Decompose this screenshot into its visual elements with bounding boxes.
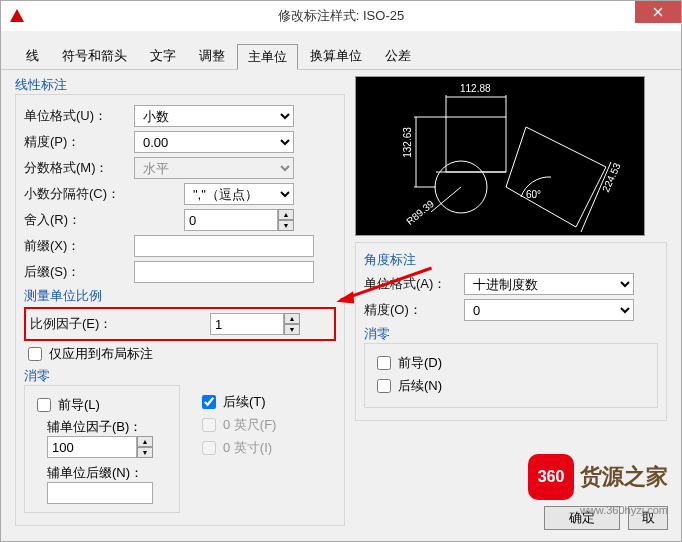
svg-line-15 xyxy=(340,260,431,308)
tab-text[interactable]: 文字 xyxy=(139,43,187,69)
zero-inch-label: 0 英寸(I) xyxy=(223,439,272,457)
close-button[interactable] xyxy=(635,1,681,23)
linear-legend: 线性标注 xyxy=(15,76,345,94)
angle-leading-label: 前导(D) xyxy=(398,354,442,372)
suffix-input[interactable] xyxy=(134,261,314,283)
angle-trailing-checkbox[interactable] xyxy=(377,379,391,393)
tab-primary-units[interactable]: 主单位 xyxy=(237,44,298,70)
angle-zero-legend: 消零 xyxy=(364,325,658,343)
zero-legend: 消零 xyxy=(24,367,336,385)
zero-feet-label: 0 英尺(F) xyxy=(223,416,276,434)
scale-legend: 测量单位比例 xyxy=(24,287,336,305)
angle-leading-checkbox[interactable] xyxy=(377,356,391,370)
watermark: 360 货源之家 xyxy=(528,454,668,500)
tab-line[interactable]: 线 xyxy=(15,43,50,69)
watermark-url: www.360hyzj.com xyxy=(580,504,668,516)
dim-a: 112.88 xyxy=(460,83,491,94)
subunit-factor-input xyxy=(47,436,137,458)
suffix-label: 后缀(S)： xyxy=(24,263,134,281)
tab-tolerance[interactable]: 公差 xyxy=(374,43,422,69)
subunit-suffix-label: 辅单位后缀(N)： xyxy=(47,464,171,482)
watermark-badge: 360 xyxy=(528,454,574,500)
leading-label: 前导(L) xyxy=(58,396,100,414)
prefix-label: 前缀(X)： xyxy=(24,237,134,255)
precision-label: 精度(P)： xyxy=(24,133,134,151)
decimal-sep-select[interactable]: ","（逗点） xyxy=(184,183,294,205)
app-icon xyxy=(9,8,25,24)
dialog-title: 修改标注样式: ISO-25 xyxy=(278,7,404,25)
svg-marker-16 xyxy=(336,290,355,304)
angle-trailing-label: 后续(N) xyxy=(398,377,442,395)
fraction-select: 水平 xyxy=(134,157,294,179)
dim-d: 60° xyxy=(526,189,541,200)
fraction-label: 分数格式(M)： xyxy=(24,159,134,177)
svg-marker-0 xyxy=(10,9,24,22)
round-up[interactable]: ▲ xyxy=(278,209,294,220)
leading-checkbox[interactable] xyxy=(37,398,51,412)
decimal-sep-label: 小数分隔符(C)： xyxy=(24,185,134,203)
titlebar: 修改标注样式: ISO-25 xyxy=(1,1,681,31)
annotation-arrow xyxy=(328,249,443,318)
round-down[interactable]: ▼ xyxy=(278,220,294,231)
layout-only-label: 仅应用到布局标注 xyxy=(49,345,153,363)
trailing-checkbox[interactable] xyxy=(202,395,216,409)
precision-select[interactable]: 0.00 xyxy=(134,131,294,153)
angle-precision-select[interactable]: 0 xyxy=(464,299,634,321)
scale-factor-label: 比例因子(E)： xyxy=(30,315,210,333)
svg-rect-3 xyxy=(446,117,506,172)
unit-format-select[interactable]: 小数 xyxy=(134,105,294,127)
prefix-input[interactable] xyxy=(134,235,314,257)
layout-only-checkbox[interactable] xyxy=(28,347,42,361)
dim-b: 132.63 xyxy=(402,127,413,158)
tab-adjust[interactable]: 调整 xyxy=(188,43,236,69)
preview-pane: 112.88 132.63 224.53 60° R89.39 xyxy=(355,76,645,236)
sf-down[interactable]: ▼ xyxy=(137,447,153,458)
close-icon xyxy=(653,7,663,17)
angle-unit-select[interactable]: 十进制度数 xyxy=(464,273,634,295)
scale-highlight: 比例因子(E)： ▲▼ xyxy=(24,307,336,341)
tab-alt-units[interactable]: 换算单位 xyxy=(299,43,373,69)
subunit-suffix-input xyxy=(47,482,153,504)
zero-feet-checkbox xyxy=(202,418,216,432)
trailing-label: 后续(T) xyxy=(223,393,266,411)
zero-inch-checkbox xyxy=(202,441,216,455)
linear-fieldset: 单位格式(U)： 小数 精度(P)： 0.00 分数格式(M)： 水平 小数分隔… xyxy=(15,94,345,526)
scale-up[interactable]: ▲ xyxy=(284,313,300,324)
unit-format-label: 单位格式(U)： xyxy=(24,107,134,125)
sf-up[interactable]: ▲ xyxy=(137,436,153,447)
tabs: 线 符号和箭头 文字 调整 主单位 换算单位 公差 xyxy=(1,43,681,70)
svg-marker-6 xyxy=(506,127,606,227)
scale-down[interactable]: ▼ xyxy=(284,324,300,335)
round-label: 舍入(R)： xyxy=(24,211,134,229)
round-input[interactable] xyxy=(184,209,278,231)
scale-factor-input[interactable] xyxy=(210,313,284,335)
watermark-text: 货源之家 xyxy=(580,462,668,492)
subunit-factor-label: 辅单位因子(B)： xyxy=(47,418,171,436)
tab-arrows[interactable]: 符号和箭头 xyxy=(51,43,138,69)
